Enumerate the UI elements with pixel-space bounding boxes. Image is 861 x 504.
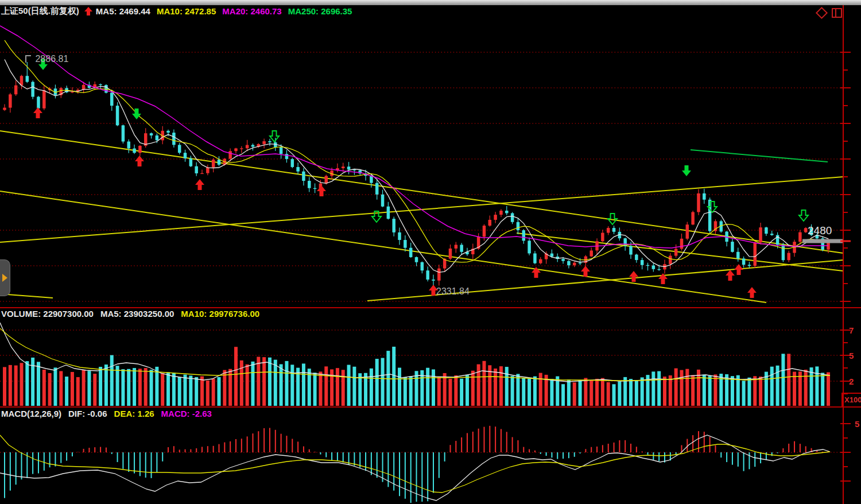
ma5-line: [5, 60, 828, 273]
volume-ma10-value: MA10: 29976736.00: [181, 309, 259, 319]
chart-canvas[interactable]: [0, 0, 861, 504]
high-price-annotation: 2886.81: [25, 54, 68, 64]
split-window-icon[interactable]: [832, 8, 842, 18]
volume-axis-label-2: 2: [849, 377, 854, 386]
signal-arrows: [33, 59, 808, 298]
macd-pane-header: MACD(12,26,9) DIF: -0.06 DEA: 1.26 MACD:…: [1, 409, 219, 418]
dif-value: DIF: -0.06: [68, 409, 107, 418]
volume-pane-header: VOLUME: 22907300.00 MA5: 23903250.00 MA1…: [1, 309, 266, 319]
chart-header: 上证50(日线.前复权) MA5: 2469.44 MA10: 2472.85 …: [1, 6, 358, 17]
ma250-line: [691, 150, 828, 162]
sidebar-expand-tab[interactable]: [0, 259, 10, 296]
expand-arrow-icon: [2, 274, 7, 282]
volume-axis-label-7: 7: [849, 325, 854, 335]
dea-value: DEA: 1.26: [114, 409, 154, 418]
volume-unit-label: X100: [841, 393, 861, 406]
axes: [0, 5, 861, 504]
macd-name: MACD(12,26,9): [1, 409, 61, 418]
high-marker-icon: [25, 55, 31, 63]
ma5-value: MA5: 2469.44: [96, 6, 150, 16]
diamond-icon[interactable]: [816, 7, 828, 19]
up-arrow-icon: [84, 6, 93, 17]
macd-axis-label-5: 5: [855, 419, 859, 429]
volume-axis-label-5: 5: [849, 351, 854, 360]
symbol-title: 上证50(日线.前复权): [1, 6, 79, 17]
last-price-label: 2480: [808, 224, 832, 237]
volume-ma5-value: MA5: 23903250.00: [100, 309, 174, 319]
ma20-value: MA20: 2460.73: [222, 6, 281, 16]
window-controls: [817, 8, 842, 18]
dea-line: [0, 435, 830, 493]
ma250-value: MA250: 2696.35: [288, 6, 352, 16]
app-window: 上证50(日线.前复权) MA5: 2469.44 MA10: 2472.85 …: [0, 0, 861, 504]
trendlines: [0, 131, 843, 303]
macd-histogram: [4, 426, 829, 503]
candlestick-series: [3, 76, 830, 281]
macd-value: MACD: -2.63: [161, 409, 212, 418]
ma10-value: MA10: 2472.85: [157, 6, 216, 16]
low-price-annotation: 2331.84: [436, 286, 470, 297]
dif-line: [0, 435, 830, 501]
volume-value: VOLUME: 22907300.00: [1, 309, 94, 319]
